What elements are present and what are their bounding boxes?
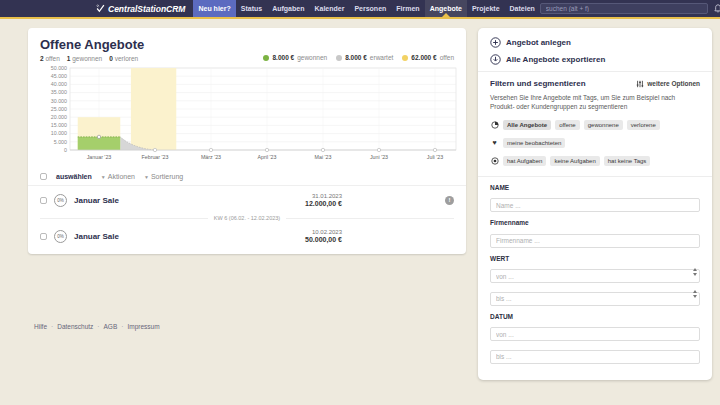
nav-item-firmen[interactable]: Firmen xyxy=(391,0,424,17)
heart-icon: ♥ xyxy=(490,139,499,146)
actions-dropdown[interactable]: ▼Aktionen xyxy=(101,173,135,180)
stepper-up-icon[interactable] xyxy=(693,290,697,293)
svg-text:März '23: März '23 xyxy=(201,154,221,160)
company-field[interactable] xyxy=(490,234,700,248)
active-tab-caret xyxy=(442,13,450,17)
sort-dropdown[interactable]: ▼Sortierung xyxy=(144,173,183,180)
offers-chart: 05.00010.00015.00020.00025.00030.00035.0… xyxy=(34,64,460,168)
calendar-week-label: KW 6 (06.02. - 12.02.2023) xyxy=(214,215,280,221)
nav-item-angebote-label: Angebote xyxy=(430,5,462,12)
svg-text:25.000: 25.000 xyxy=(51,106,67,112)
svg-text:Mai '23: Mai '23 xyxy=(315,154,332,160)
filter-description: Versehen Sie Ihre Angebote mit Tags, um … xyxy=(490,93,700,112)
legend-dot-yellow xyxy=(402,55,408,61)
stepper-up-icon[interactable] xyxy=(693,268,697,271)
offer-amount: 50.000,00 € xyxy=(252,236,342,243)
svg-text:35.000: 35.000 xyxy=(51,89,67,95)
tag-row-watched: ♥ meine beobachteten xyxy=(490,138,700,148)
plus-circle-icon xyxy=(490,37,501,48)
tag-hat-aufgaben[interactable]: hat Aufgaben xyxy=(503,156,546,166)
list-toolbar: auswählen ▼Aktionen ▼Sortierung xyxy=(28,168,466,186)
logo-icon xyxy=(96,4,105,13)
nav-item-kalender[interactable]: Kalender xyxy=(309,0,349,17)
nav-item-projekte[interactable]: Projekte xyxy=(467,0,505,17)
tag-meine-beobachteten[interactable]: meine beobachteten xyxy=(503,138,565,148)
export-arrow-circle-icon xyxy=(490,54,501,65)
stepper-down-icon[interactable] xyxy=(693,295,697,298)
tag-keine-aufgaben[interactable]: keine Aufgaben xyxy=(550,156,599,166)
offers-card: Offene Angebote 2 offen 1 gewonnen 0 ver… xyxy=(28,28,466,254)
date-to-field[interactable] xyxy=(490,350,700,364)
tag-hat-keine-tags[interactable]: hat keine Tags xyxy=(604,156,651,166)
chevron-down-icon: ▼ xyxy=(144,174,149,180)
svg-text:5.000: 5.000 xyxy=(54,139,67,145)
select-button[interactable]: auswählen xyxy=(56,173,92,180)
svg-text:Februar '23: Februar '23 xyxy=(142,154,169,160)
offer-row[interactable]: 0% Januar Sale 10.02.2023 50.000,00 € xyxy=(28,222,466,250)
offer-counts: 2 offen 1 gewonnen 0 verloren xyxy=(40,55,144,62)
name-field[interactable] xyxy=(490,198,700,212)
export-offers-label: Alle Angebote exportieren xyxy=(506,55,605,64)
chart-legend: 8.000 € gewonnen 8.000 € erwartet 62.000… xyxy=(263,54,454,62)
value-field-label: WERT xyxy=(490,255,700,262)
overdue-alert-icon: ! xyxy=(445,196,454,205)
nav-item-status[interactable]: Status xyxy=(236,0,267,17)
name-field-label: NAME xyxy=(490,184,700,191)
search-input[interactable] xyxy=(540,3,708,14)
stepper-down-icon[interactable] xyxy=(693,273,697,276)
nav-item-personen[interactable]: Personen xyxy=(349,0,391,17)
value-to-field[interactable] xyxy=(490,292,700,306)
filter-sliders-icon xyxy=(636,80,644,88)
svg-text:0: 0 xyxy=(64,147,67,153)
nav-item-neu-hier[interactable]: Neu hier? xyxy=(193,0,235,17)
offer-title-link[interactable]: Januar Sale xyxy=(74,196,245,205)
footer-link-agb[interactable]: AGB xyxy=(93,323,117,330)
number-stepper[interactable] xyxy=(693,268,697,276)
value-from-field[interactable] xyxy=(490,269,700,283)
tag-alle-angebote[interactable]: Alle Angebote xyxy=(503,120,551,130)
top-navbar: CentralStationCRM Neu hier? Status Aufga… xyxy=(0,0,720,19)
bell-icon[interactable] xyxy=(714,4,720,13)
filter-section-title: Filtern und segmentieren xyxy=(490,79,586,88)
number-stepper[interactable] xyxy=(693,290,697,298)
offer-row[interactable]: 0% Januar Sale 31.01.2023 12.000,00 € ! xyxy=(28,186,466,214)
bullseye-icon xyxy=(490,157,499,165)
date-field-label: DATUM xyxy=(490,313,700,320)
tag-gewonnene[interactable]: gewonnene xyxy=(584,120,623,130)
tag-verlorene[interactable]: verlorene xyxy=(627,120,660,130)
svg-text:40.000: 40.000 xyxy=(51,81,67,87)
date-from-field[interactable] xyxy=(490,327,700,341)
footer-link-hilfe[interactable]: Hilfe xyxy=(34,323,47,330)
nav-item-angebote[interactable]: Angebote xyxy=(425,0,467,17)
export-offers-link[interactable]: Alle Angebote exportieren xyxy=(490,54,700,65)
svg-text:50.000: 50.000 xyxy=(51,65,67,71)
more-options-button[interactable]: weitere Optionen xyxy=(636,80,700,88)
legend-dot-gray xyxy=(336,55,342,61)
offer-date: 31.01.2023 xyxy=(252,193,342,199)
footer-links: Hilfe Datenschutz AGB Impressum xyxy=(34,323,160,330)
svg-text:Juli '23: Juli '23 xyxy=(427,154,443,160)
footer-link-datenschutz[interactable]: Datenschutz xyxy=(47,323,93,330)
tag-row-status: Alle Angebote offene gewonnene verlorene xyxy=(490,120,700,130)
nav-item-aufgaben[interactable]: Aufgaben xyxy=(267,0,309,17)
count-won: 1 gewonnen xyxy=(67,55,102,62)
select-all-checkbox[interactable] xyxy=(40,173,47,180)
app-logo-text: CentralStationCRM xyxy=(108,4,185,14)
footer-link-impressum[interactable]: Impressum xyxy=(117,323,159,330)
row-checkbox[interactable] xyxy=(40,197,47,204)
svg-text:April '23: April '23 xyxy=(258,154,277,160)
create-offer-label: Angebot anlegen xyxy=(506,38,571,47)
filter-panel: Angebot anlegen Alle Angebote exportiere… xyxy=(478,28,712,380)
svg-text:15.000: 15.000 xyxy=(51,122,67,128)
company-field-label: Firmenname xyxy=(490,219,700,226)
nav-item-dateien[interactable]: Dateien xyxy=(505,0,540,17)
offer-amount: 12.000,00 € xyxy=(252,200,342,207)
app-logo[interactable]: CentralStationCRM xyxy=(96,4,185,14)
count-open: 2 offen xyxy=(40,55,60,62)
chevron-down-icon: ▼ xyxy=(101,174,106,180)
row-checkbox[interactable] xyxy=(40,233,47,240)
offer-title-link[interactable]: Januar Sale xyxy=(74,232,245,241)
tag-row-tasks: hat Aufgaben keine Aufgaben hat keine Ta… xyxy=(490,156,700,166)
create-offer-link[interactable]: Angebot anlegen xyxy=(490,37,700,48)
tag-offene[interactable]: offene xyxy=(555,120,580,130)
